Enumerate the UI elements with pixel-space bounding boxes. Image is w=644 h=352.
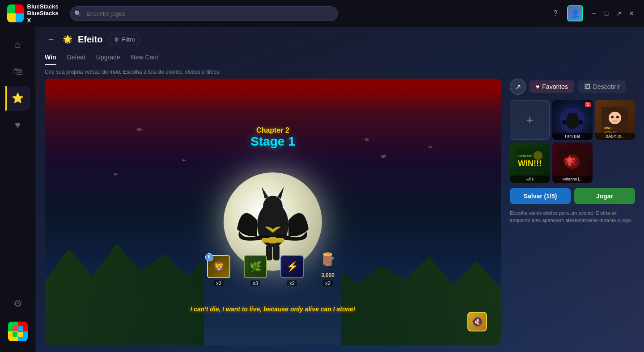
card-badge: 6	[205, 253, 213, 261]
search-bar[interactable]	[70, 6, 338, 21]
svg-rect-11	[269, 237, 276, 243]
resource-item: 🪵 3,000 x2	[317, 249, 339, 286]
tab-win[interactable]: Win	[45, 50, 56, 65]
batman-mod-badge: 1	[585, 102, 591, 107]
title-bar-right: ? 👤 − □ ↗ ✕	[549, 5, 637, 21]
svg-rect-3	[13, 332, 17, 337]
action-buttons: Salvar (1/5) Jogar	[510, 188, 635, 204]
minimize-button[interactable]: −	[589, 8, 599, 19]
svg-point-5	[263, 196, 283, 218]
mod-img-miranho: 🕷 Miranho j...	[552, 142, 592, 182]
game-scene: Chapter 2 Stage 1 🦇 🦇 🦇 🦇 🦇 🦇	[45, 79, 501, 345]
content-body: Chapter 2 Stage 1 🦇 🦇 🦇 🦇 🦇 🦇	[36, 79, 644, 352]
game-preview: Chapter 2 Stage 1 🦇 🦇 🦇 🦇 🦇 🦇	[45, 79, 501, 345]
add-icon: +	[526, 113, 533, 127]
tab-new-card[interactable]: New Card	[131, 50, 159, 65]
card-multiplier-2: x3	[250, 280, 260, 286]
svg-text:DING!: DING!	[604, 126, 613, 130]
bat-2: 🦇	[364, 137, 369, 142]
svg-rect-2	[18, 332, 23, 337]
back-button[interactable]: ←	[45, 33, 57, 46]
logo-text: BlueStacks BlueStacks X	[27, 3, 61, 24]
svg-point-27	[534, 151, 542, 160]
help-button[interactable]: ?	[549, 7, 562, 20]
landscape-left	[45, 239, 204, 345]
miranho-mod-label: Miranho j...	[552, 176, 592, 183]
svg-rect-0	[13, 326, 17, 331]
close-button[interactable]: ✕	[626, 8, 637, 19]
sidebar-item-effects[interactable]: ⭐	[5, 86, 30, 111]
filter-icon: ⚙	[114, 36, 119, 43]
play-button[interactable]: Jogar	[574, 188, 635, 204]
baby-mod-label: BABY DI...	[595, 133, 635, 140]
svg-marker-6	[262, 187, 268, 199]
restore-button[interactable]: ↗	[614, 8, 624, 19]
bat-6: 🦇	[428, 145, 432, 149]
chapter-label: Chapter 2	[250, 126, 295, 134]
filter-button[interactable]: ⚙ Filtro	[108, 34, 141, 45]
card-item-1: 🦁 6 x2	[207, 255, 230, 286]
page-title: Efeito	[78, 34, 103, 45]
panel-description: Escolha vários efeitos para um evento. D…	[510, 210, 635, 224]
panel-tab-discover[interactable]: 🖼 Descobrir	[578, 80, 626, 93]
discover-icon: 🖼	[584, 83, 590, 90]
bat-1: 🦇	[136, 126, 143, 133]
svg-text:🕷: 🕷	[564, 155, 576, 168]
mod-img-baby: DING! LEVEL UP! BABY DI...	[595, 100, 635, 140]
card-item-2: 🌿 x3	[244, 255, 267, 286]
mod-card-miranho[interactable]: 🕷 Miranho j...	[552, 142, 592, 182]
avatar[interactable]: 👤	[567, 5, 583, 21]
mod-card-batman[interactable]: I am Bat 1	[552, 100, 592, 140]
logo-icon	[7, 4, 24, 22]
card-item-3: ⚡ x2	[280, 255, 304, 286]
resource-value: 3,000	[321, 272, 335, 278]
panel-tabs: ↗ ♥ Favoritos 🖼 Descobrir	[510, 79, 635, 95]
content-header: ← 🌟 Efeito ⚙ Filtro	[36, 27, 644, 50]
favorites-icon: ♥	[536, 83, 539, 90]
stage-label: Stage 1	[250, 134, 295, 149]
tabs: Win Defeat Upgrade New Card	[36, 50, 644, 65]
subtitle-text: Crie sua própria versão do mod. Escolha …	[36, 65, 644, 79]
bat-5: 🦇	[113, 172, 118, 176]
sidebar-item-settings[interactable]: ⚙	[5, 291, 30, 316]
save-button[interactable]: Salvar (1/5)	[510, 188, 571, 204]
mod-img-allis: GÊNESIS WIN!!! Allis	[510, 142, 550, 182]
mod-card-allis[interactable]: GÊNESIS WIN!!! Allis	[510, 142, 550, 182]
card-multiplier-3: x2	[287, 280, 297, 286]
card-multiplier-1: x2	[214, 280, 224, 286]
resource-multiplier: x2	[323, 280, 333, 286]
title-bar: BlueStacks BlueStacks X ? 👤 − □ ↗ ✕	[0, 0, 644, 27]
panel-tab-favorites[interactable]: ♥ Favoritos	[530, 80, 574, 93]
sidebar: ⌂ 🛍 ⭐ ♥ ⚙	[0, 27, 36, 352]
tab-defeat[interactable]: Defeat	[67, 50, 85, 65]
card-items: 🦁 6 x2 🌿 x3	[207, 249, 339, 286]
chapter-text: Chapter 2 Stage 1	[250, 126, 295, 149]
maximize-button[interactable]: □	[601, 8, 612, 19]
content-area: ← 🌟 Efeito ⚙ Filtro Win Defeat Upgrade N…	[36, 27, 644, 352]
share-button[interactable]: ↗	[510, 79, 526, 95]
card-thumbnail-3: ⚡	[280, 255, 304, 278]
game-quote: I can't die, I want to live, because onl…	[191, 306, 356, 313]
allis-mod-label: Allis	[510, 176, 550, 183]
svg-text:WIN!!!: WIN!!!	[518, 159, 542, 168]
svg-point-20	[616, 116, 619, 118]
search-input[interactable]	[70, 6, 338, 21]
svg-marker-7	[277, 187, 284, 199]
mod-card-baby[interactable]: DING! LEVEL UP! BABY DI...	[595, 100, 635, 140]
resource-icon: 🪵	[317, 249, 339, 270]
window-controls: − □ ↗ ✕	[589, 8, 637, 19]
svg-point-21	[612, 120, 618, 122]
sidebar-item-favorites[interactable]: ♥	[5, 113, 30, 138]
tab-upgrade[interactable]: Upgrade	[96, 50, 120, 65]
add-mod-button[interactable]: +	[510, 100, 550, 140]
sound-button[interactable]: 🔇	[467, 312, 487, 331]
batman-mod-label: I am Bat	[552, 133, 592, 140]
sidebar-item-store[interactable]: 🛍	[5, 59, 30, 84]
bluestacks-bottom-logo	[8, 322, 28, 341]
svg-point-19	[611, 116, 614, 118]
card-thumbnail-2: 🌿	[244, 255, 267, 278]
sidebar-item-home[interactable]: ⌂	[5, 32, 30, 57]
sidebar-bottom: ⚙	[5, 291, 30, 347]
right-panel: ↗ ♥ Favoritos 🖼 Descobrir +	[510, 79, 635, 345]
bat-4: 🦇	[380, 153, 387, 159]
